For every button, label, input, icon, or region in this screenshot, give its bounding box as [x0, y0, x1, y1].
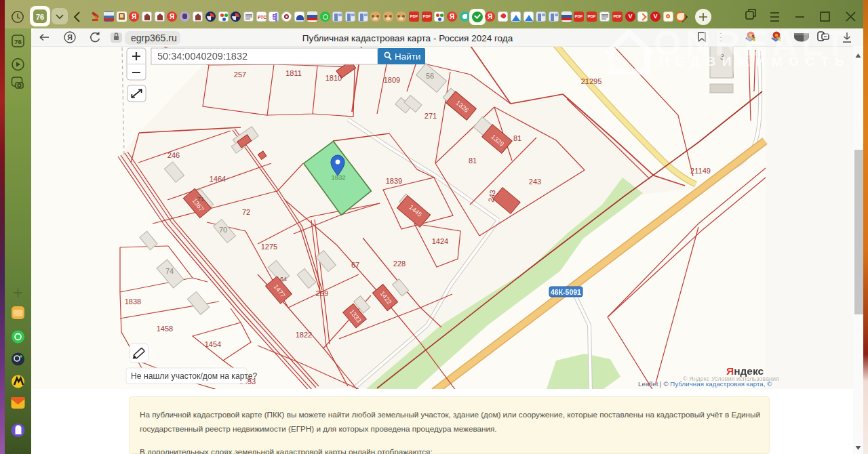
svg-text:246: 246	[167, 151, 180, 159]
svg-text:50:34:0040209:1832: 50:34:0040209:1832	[157, 51, 248, 62]
svg-text:56: 56	[426, 72, 434, 80]
svg-text:Я: Я	[67, 33, 73, 41]
svg-text:228: 228	[393, 260, 406, 268]
svg-text:67: 67	[351, 261, 359, 269]
svg-text:81: 81	[469, 157, 477, 165]
svg-text:76: 76	[36, 13, 44, 21]
svg-text:76: 76	[14, 38, 22, 45]
svg-text:257: 257	[234, 70, 246, 79]
svg-text:1810: 1810	[326, 74, 342, 82]
svg-text:1822: 1822	[296, 331, 312, 339]
svg-text:21295: 21295	[581, 77, 602, 85]
svg-text:271: 271	[425, 112, 437, 120]
svg-text:46К-5091: 46К-5091	[551, 288, 581, 296]
svg-text:1838: 1838	[125, 297, 141, 306]
svg-text:70: 70	[219, 226, 227, 234]
svg-text:1454: 1454	[205, 340, 221, 348]
svg-text:1424: 1424	[432, 237, 448, 245]
svg-text:3: 3	[720, 53, 724, 61]
svg-text:1839: 1839	[386, 177, 402, 185]
svg-text:21149: 21149	[690, 167, 711, 175]
svg-text:64: 64	[280, 276, 287, 283]
svg-text:egrp365.ru: egrp365.ru	[131, 33, 177, 43]
svg-text:Leaflet | © Публичная кадастро: Leaflet | © Публичная кадастровая карта,…	[638, 380, 772, 388]
svg-text:Не нашли участок/дом на карте?: Не нашли участок/дом на карте?	[131, 371, 257, 381]
svg-text:Найти: Найти	[395, 51, 421, 62]
svg-text:72: 72	[242, 208, 250, 216]
svg-text:1458: 1458	[157, 325, 173, 333]
svg-text:1464: 1464	[210, 175, 226, 183]
svg-text:Публичная кадастровая карта -: Публичная кадастровая карта - Россия 202…	[302, 33, 513, 43]
svg-text:1811: 1811	[285, 69, 302, 77]
svg-text:74: 74	[165, 267, 174, 275]
svg-text:243: 243	[529, 178, 541, 186]
svg-text:1809: 1809	[384, 76, 400, 84]
svg-text:259: 259	[316, 289, 328, 297]
svg-text:81: 81	[513, 134, 521, 142]
svg-text:1275: 1275	[261, 243, 277, 251]
